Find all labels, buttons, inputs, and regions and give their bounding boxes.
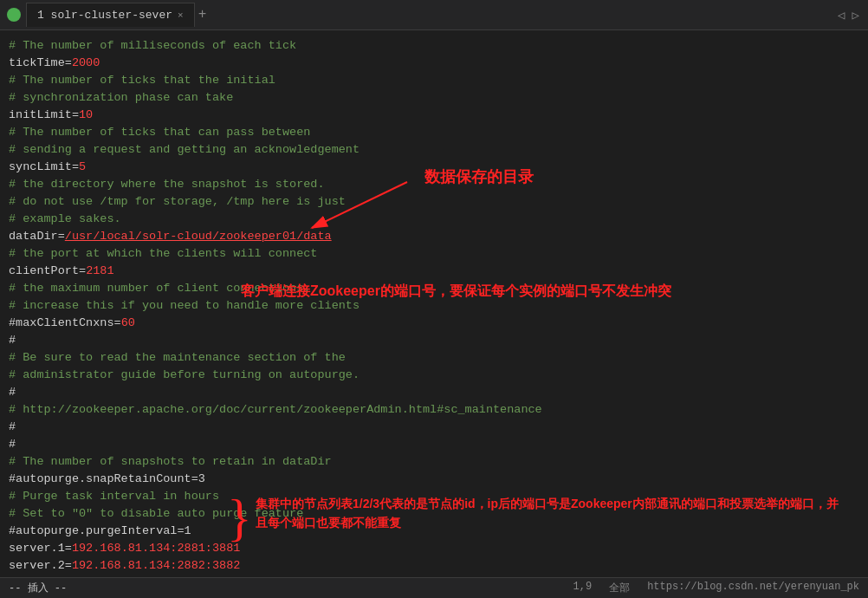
code-line: # Set to "0" to disable auto purge featu… [9,505,859,523]
editor-mode: -- 插入 -- [9,581,67,595]
code-line: # the maximum number of client connectio… [9,280,859,297]
tab-label: 1 solr-cluster-sever [37,9,172,22]
code-line: server.2=192.168.81.134:2882:3882 [9,557,859,575]
code-line: # synchronization phase can take [9,89,859,107]
code-line: clientPort=2181 [9,263,859,280]
statusbar: -- 插入 -- 1,9 全部 https://blog.csdn.net/ye… [0,577,868,598]
code-line: # Be sure to read the maintenance sectio… [9,349,859,367]
cursor-position: 1,9 [573,581,593,595]
blog-url: https://blog.csdn.net/yerenyuan_pk [647,581,859,595]
code-line: # The number of milliseconds of each tic… [9,37,859,55]
tab-close-button[interactable]: × [178,10,184,21]
window-icon [7,8,21,22]
code-line: # The number of ticks that can pass betw… [9,124,859,141]
code-line: dataDir=/usr/local/solr-cloud/zookeeper0… [9,228,859,245]
code-line: # The number of ticks that the initial [9,72,859,89]
new-tab-button[interactable]: + [198,7,207,23]
code-line: # sending a request and getting an ackno… [9,141,859,159]
code-line: # Purge task interval in hours [9,488,859,505]
code-line: # [9,384,859,401]
code-line: syncLimit=5 [9,159,859,176]
nav-arrows[interactable]: ◁ ▷ [838,8,859,23]
active-tab[interactable]: 1 solr-cluster-sever × [26,3,195,27]
code-line: # example sakes. [9,211,859,228]
code-line: # increase this if you need to handle mo… [9,297,859,315]
titlebar: 1 solr-cluster-sever × + ◁ ▷ [0,0,868,30]
code-line: # do not use /tmp for storage, /tmp here… [9,193,859,211]
code-line: # http://zookeeper.apache.org/doc/curren… [9,401,859,419]
code-line: #autopurge.snapRetainCount=3 [9,471,859,488]
code-line: # the port at which the clients will con… [9,245,859,263]
scroll-percent: 全部 [609,581,630,595]
code-line: #maxClientCnxns=60 [9,315,859,332]
code-line: initLimit=10 [9,107,859,124]
code-line: # [9,332,859,349]
code-line: #autopurge.purgeInterval=1 [9,523,859,540]
code-line: # [9,436,859,453]
code-line: # administrator guide before turning on … [9,367,859,384]
code-line: # the directory where the snapshot is st… [9,176,859,193]
code-line: tickTime=2000 [9,55,859,72]
status-right: 1,9 全部 https://blog.csdn.net/yerenyuan_p… [573,581,859,595]
code-line: # [9,419,859,436]
code-line: server.1=192.168.81.134:2881:3881 [9,540,859,557]
code-editor[interactable]: # The number of milliseconds of each tic… [0,30,868,577]
code-line: # The number of snapshots to retain in d… [9,453,859,471]
